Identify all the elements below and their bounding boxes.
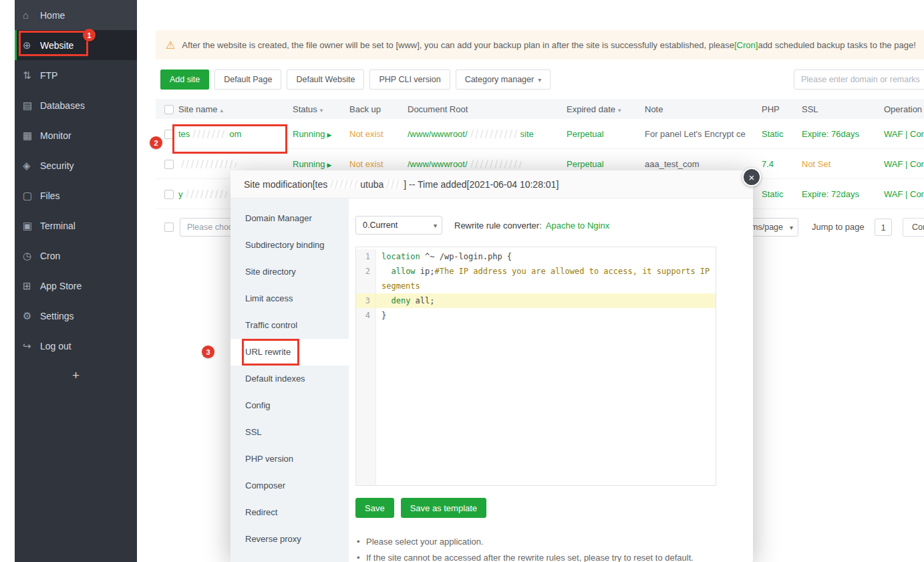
sidebar-item-app-store[interactable]: ⊞App Store bbox=[15, 271, 137, 301]
site-name-link[interactable] bbox=[178, 159, 238, 169]
php-version-link[interactable]: Static bbox=[762, 129, 784, 139]
sidebar-item-databases[interactable]: ▤Databases bbox=[15, 90, 137, 120]
sidebar-item-website[interactable]: ⊕Website bbox=[15, 30, 137, 60]
add-site-button[interactable]: Add site bbox=[160, 69, 209, 90]
chevron-down-icon[interactable]: ▾ bbox=[320, 107, 323, 114]
docroot-text: site bbox=[520, 129, 534, 139]
sort-asc-icon[interactable]: ▴ bbox=[220, 107, 224, 114]
sidebar-item-log-out[interactable]: ↪Log out bbox=[15, 331, 137, 361]
chevron-down-icon: ▾ bbox=[434, 222, 437, 229]
sidebar-item-label: Cron bbox=[40, 251, 60, 261]
line-number: 4 bbox=[356, 308, 376, 323]
modal-menu-item-domain-manager[interactable]: Domain Manager bbox=[230, 205, 349, 232]
operation-links[interactable]: WAF | Conf bbox=[884, 129, 924, 139]
site-modification-modal: Site modification[tesutuba] -- Time adde… bbox=[230, 170, 753, 562]
sidebar-item-cron[interactable]: ◷Cron bbox=[15, 241, 137, 271]
sidebar-add-button[interactable]: + bbox=[15, 361, 137, 390]
default-page-button[interactable]: Default Page bbox=[214, 69, 281, 90]
modal-menu-item-traffic-control[interactable]: Traffic control bbox=[230, 312, 349, 339]
col-header-operation: Operation bbox=[884, 104, 924, 114]
sidebar-item-security[interactable]: ◈Security bbox=[15, 150, 137, 180]
modal-menu-item-limit-access[interactable]: Limit access bbox=[230, 285, 349, 312]
sidebar-item-ftp[interactable]: ⇅FTP bbox=[15, 60, 137, 90]
php-version-link[interactable]: Static bbox=[762, 189, 784, 199]
sidebar-item-label: App Store bbox=[40, 281, 82, 291]
col-header-site-name[interactable]: Site name▴ bbox=[178, 104, 293, 114]
chevron-down-icon[interactable]: ▾ bbox=[618, 107, 621, 114]
cron-link[interactable]: [Cron] bbox=[734, 40, 758, 50]
ssl-status-link[interactable]: Expire: 72days bbox=[802, 189, 859, 199]
modal-title: Site modification[tesutuba] -- Time adde… bbox=[230, 170, 753, 198]
default-website-button[interactable]: Default Website bbox=[287, 69, 364, 90]
modal-menu-item-url-rewrite[interactable]: URL rewrite bbox=[230, 339, 349, 366]
annotation-step-badge: 2 bbox=[150, 136, 162, 149]
backup-status[interactable]: Not exist bbox=[349, 159, 383, 169]
table-header: Site name▴ Status▾ Back up Document Root… bbox=[156, 99, 924, 119]
modal-menu-item-composer[interactable]: Composer bbox=[230, 472, 349, 499]
rewrite-template-select[interactable]: 0.Current▾ bbox=[355, 216, 442, 235]
site-name-text: tes bbox=[178, 129, 190, 139]
category-manager-button[interactable]: Category manager▾ bbox=[456, 69, 551, 90]
redaction-mark bbox=[180, 160, 237, 168]
modal-menu-item-config[interactable]: Config bbox=[230, 392, 349, 419]
save-as-template-button[interactable]: Save as template bbox=[401, 498, 486, 518]
col-label: Back up bbox=[349, 104, 381, 114]
rewrite-code-editor[interactable]: 1location ^~ /wp-login.php { 2 allow ip;… bbox=[355, 247, 716, 486]
operation-links[interactable]: WAF | Conf bbox=[884, 189, 924, 199]
modal-menu-item-site-directory[interactable]: Site directory bbox=[230, 259, 349, 285]
site-note[interactable]: aaa_test_com bbox=[645, 159, 700, 169]
jump-page-input[interactable] bbox=[875, 219, 892, 236]
backup-status[interactable]: Not exist bbox=[349, 129, 383, 139]
sidebar-item-label: Terminal bbox=[40, 221, 75, 231]
terminal-icon: ▣ bbox=[23, 220, 40, 232]
site-name-link[interactable]: tesom bbox=[178, 129, 241, 139]
sidebar-item-home[interactable]: ⌂Home bbox=[15, 0, 137, 30]
sidebar-item-monitor[interactable]: ▦Monitor bbox=[15, 120, 137, 150]
sidebar-item-label: Home bbox=[40, 10, 65, 21]
php-version-link[interactable]: 7.4 bbox=[762, 159, 774, 169]
site-name-link[interactable]: y bbox=[178, 189, 229, 199]
play-icon: ▶ bbox=[327, 132, 331, 138]
site-status-link[interactable]: Running▶ bbox=[293, 159, 331, 169]
rewrite-notes: Please select your application. If the s… bbox=[355, 534, 740, 562]
sidebar: ⌂Home ⊕Website ⇅FTP ▤Databases ▦Monitor … bbox=[15, 0, 137, 562]
expired-date[interactable]: Perpetual bbox=[567, 159, 604, 169]
col-label: Document Root bbox=[408, 104, 468, 114]
modal-menu-item-subdirectory-binding[interactable]: Subdirectory binding bbox=[230, 232, 349, 259]
sidebar-item-label: Security bbox=[40, 160, 74, 171]
save-button[interactable]: Save bbox=[355, 498, 394, 518]
row-checkbox[interactable] bbox=[164, 130, 174, 139]
col-header-ssl: SSL bbox=[802, 104, 884, 114]
site-note[interactable]: For panel Let's Encrypt ce bbox=[645, 129, 746, 139]
modal-menu: Domain Manager Subdirectory binding Site… bbox=[230, 198, 349, 562]
batch-checkbox[interactable] bbox=[164, 223, 174, 232]
modal-menu-item-reverse-proxy[interactable]: Reverse proxy bbox=[230, 526, 349, 553]
modal-menu-item-default-indexes[interactable]: Default indexes bbox=[230, 366, 349, 392]
sidebar-item-terminal[interactable]: ▣Terminal bbox=[15, 210, 137, 241]
modal-menu-item-ssl[interactable]: SSL bbox=[230, 419, 349, 446]
select-all-checkbox[interactable] bbox=[164, 105, 174, 114]
row-checkbox[interactable] bbox=[164, 190, 174, 199]
search-input[interactable] bbox=[794, 69, 924, 90]
modal-close-button[interactable]: × bbox=[742, 168, 761, 186]
shield-icon: ◈ bbox=[23, 160, 40, 172]
site-status-link[interactable]: Running▶ bbox=[293, 129, 331, 139]
ssl-status-link[interactable]: Expire: 76days bbox=[802, 129, 859, 139]
code-line-active: 3 deny all; bbox=[356, 293, 716, 308]
modal-menu-item-redirect[interactable]: Redirect bbox=[230, 499, 349, 526]
col-header-expired-date[interactable]: Expired date▾ bbox=[567, 104, 645, 114]
sidebar-item-files[interactable]: ▢Files bbox=[15, 180, 137, 210]
apache-to-nginx-link[interactable]: Apache to Nginx bbox=[546, 221, 609, 231]
ssl-status-link[interactable]: Not Set bbox=[802, 159, 830, 169]
modal-menu-item-php-version[interactable]: PHP version bbox=[230, 446, 349, 472]
php-cli-version-button[interactable]: PHP CLI version bbox=[369, 69, 450, 90]
operation-links[interactable]: WAF | Conf bbox=[884, 159, 924, 169]
document-root-link[interactable]: /www/wwwroot/ bbox=[408, 159, 524, 169]
col-header-status[interactable]: Status▾ bbox=[293, 104, 349, 114]
website-icon: ⊕ bbox=[23, 39, 40, 51]
document-root-link[interactable]: /www/wwwroot/site bbox=[408, 129, 534, 139]
confirm-button[interactable]: Confirm bbox=[903, 218, 924, 237]
row-checkbox[interactable] bbox=[164, 160, 174, 169]
expired-date[interactable]: Perpetual bbox=[567, 129, 604, 139]
sidebar-item-settings[interactable]: ⚙Settings bbox=[15, 301, 137, 331]
